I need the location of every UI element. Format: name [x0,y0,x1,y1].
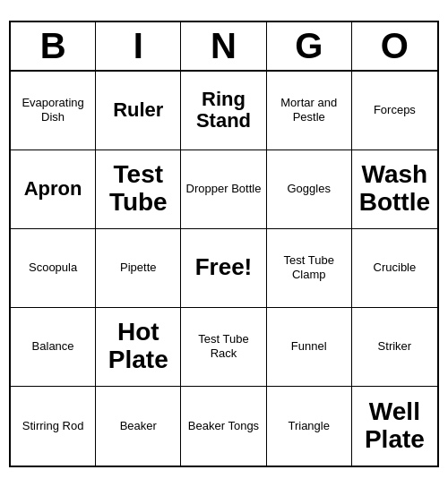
bingo-cell: Test Tube Rack [181,308,266,387]
bingo-card: BINGO Evaporating DishRulerRing StandMor… [9,21,439,467]
header-letter: O [352,22,437,70]
cell-label: Goggles [287,182,330,196]
bingo-cell: Test Tube Clamp [267,229,352,308]
cell-label: Forceps [374,103,416,117]
bingo-cell: Crucible [352,229,437,308]
cell-label: Evaporating Dish [14,96,91,124]
cell-label: Balance [32,339,74,354]
cell-label: Apron [24,178,82,200]
cell-label: Striker [378,339,412,354]
cell-label: Triangle [288,419,329,433]
header-letter: B [11,22,96,70]
bingo-cell: Beaker [96,387,181,466]
cell-label: Mortar and Pestle [271,96,348,124]
cell-label: Wash Bottle [356,161,434,217]
cell-label: Hot Plate [99,319,177,374]
bingo-grid: Evaporating DishRulerRing StandMortar an… [11,72,437,466]
bingo-cell: Scoopula [11,229,96,308]
bingo-cell: Dropper Bottle [181,150,266,229]
cell-label: Test Tube [99,161,177,217]
bingo-cell: Free! [181,229,266,308]
bingo-cell: Balance [11,308,96,387]
bingo-cell: Triangle [267,387,352,466]
cell-label: Funnel [291,339,327,354]
bingo-cell: Funnel [267,308,352,387]
bingo-cell: Apron [11,150,96,229]
bingo-header: BINGO [11,22,437,72]
bingo-cell: Ruler [96,72,181,150]
cell-label: Well Plate [356,398,434,454]
header-letter: G [267,22,352,70]
cell-label: Beaker Tongs [188,419,259,433]
bingo-cell: Goggles [267,150,352,229]
bingo-cell: Beaker Tongs [181,387,266,466]
bingo-cell: Test Tube [96,150,181,229]
header-letter: I [96,22,181,70]
cell-label: Crucible [374,261,417,275]
cell-label: Dropper Bottle [186,182,262,196]
bingo-cell: Stirring Rod [11,387,96,466]
cell-label: Beaker [120,419,157,433]
cell-label: Ruler [113,99,163,121]
bingo-cell: Pipette [96,229,181,308]
cell-label: Test Tube Rack [185,332,262,360]
bingo-cell: Mortar and Pestle [267,72,352,150]
bingo-cell: Forceps [352,72,437,150]
cell-label: Stirring Rod [22,419,84,433]
header-letter: N [181,22,266,70]
bingo-cell: Wash Bottle [352,150,437,229]
cell-label: Scoopula [29,261,77,275]
bingo-cell: Well Plate [352,387,437,466]
bingo-cell: Striker [352,308,437,387]
bingo-cell: Evaporating Dish [11,72,96,150]
bingo-cell: Hot Plate [96,308,181,387]
cell-label: Ring Stand [185,89,262,132]
cell-label: Pipette [120,261,156,275]
bingo-cell: Ring Stand [181,72,266,150]
cell-label: Test Tube Clamp [271,253,348,281]
cell-label: Free! [195,253,253,281]
